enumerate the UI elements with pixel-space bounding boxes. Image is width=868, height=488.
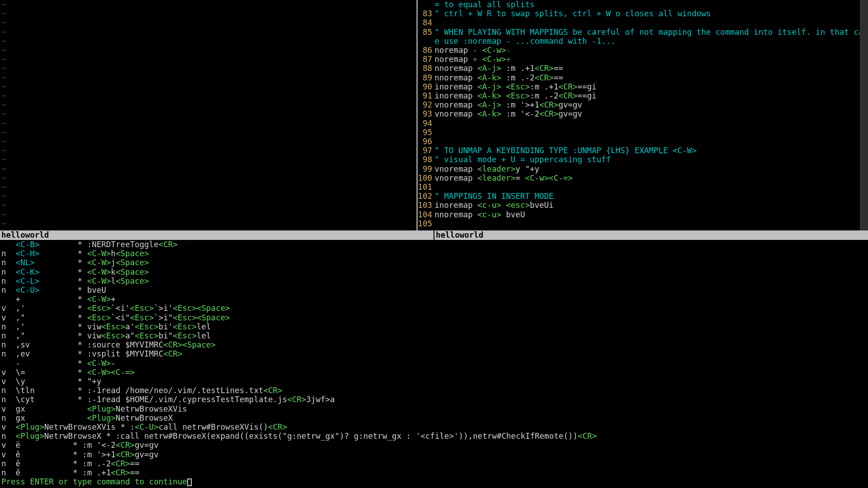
mapping-row: v \=* <C-W><C-=> xyxy=(1,368,868,377)
code-line[interactable]: vnoremap <leader>= <C-w><C-=> xyxy=(434,174,868,183)
editor-split-top: ~~~~~~~~~~~~~~~~~~~~~~~~~ 83 84 85 86 87… xyxy=(0,0,868,230)
mapping-row: n ,"* viw<Esc>a"<Esc>bi"<Esc>lel xyxy=(1,331,868,340)
mapping-row: n gx <Plug>NetrwBrowseX xyxy=(1,413,868,422)
mapping-row: n <Plug>NetrwBrowseX * :call netrw#Brows… xyxy=(1,432,868,441)
mapping-row: <C-B>* :NERDTreeToggle<CR> xyxy=(1,240,868,249)
mapping-row: v ,'* <Esc>`<i'<Esc>`>i'<Esc><Space> xyxy=(1,304,868,313)
code-line[interactable]: inoremap <A-j> <Esc>:m .+1<CR>==gi xyxy=(434,82,868,91)
empty-line-tilde: ~ xyxy=(1,9,416,18)
left-pane[interactable]: ~~~~~~~~~~~~~~~~~~~~~~~~~ xyxy=(0,0,416,230)
mapping-row: n <C-K>* <C-W>k<Space> xyxy=(1,267,868,277)
code-line[interactable] xyxy=(434,119,868,128)
line-number-gutter: 83 84 85 86 87 88 89 90 91 92 93 94 95 9… xyxy=(418,0,434,230)
mapping-row: n <C-L>* <C-W>l<Space> xyxy=(1,277,868,286)
code-line[interactable]: vnoremap <A-j> :m '>+1<CR>gv=gv xyxy=(434,100,868,109)
empty-line-tilde: ~ xyxy=(1,64,416,73)
scrollbar[interactable] xyxy=(860,0,868,230)
mapping-row: v ,"* <Esc>`<i"<Esc>`>i"<Esc><Space> xyxy=(1,313,868,322)
code-line[interactable]: inoremap <A-k> <Esc>:m .-2<CR>==gi xyxy=(434,91,868,100)
mapping-row: -* <C-W>- xyxy=(1,359,868,368)
code-line[interactable]: " visual mode + U = uppercasing stuff xyxy=(434,155,868,164)
empty-line-tilde: ~ xyxy=(1,55,416,64)
empty-line-tilde: ~ xyxy=(1,201,416,210)
code-line[interactable] xyxy=(434,183,868,192)
empty-line-tilde: ~ xyxy=(1,219,416,228)
status-line-right: helloworld xyxy=(434,230,868,240)
empty-line-tilde: ~ xyxy=(1,37,416,46)
mapping-row: +* <C-W>+ xyxy=(1,295,868,304)
empty-line-tilde: ~ xyxy=(1,192,416,201)
empty-line-tilde: ~ xyxy=(1,46,416,55)
code-line[interactable]: nnoremap <A-j> :m .+1<CR>== xyxy=(434,64,868,73)
code-line[interactable] xyxy=(434,219,868,228)
empty-line-tilde: ~ xyxy=(1,155,416,164)
mapping-row: n ê * :m .+1<CR>== xyxy=(1,468,868,477)
empty-line-tilde: ~ xyxy=(1,18,416,27)
code-line[interactable] xyxy=(434,18,868,27)
code-line[interactable]: nnoremap <c-u> bveU xyxy=(434,210,868,219)
mapping-row: v gx <Plug>NetrwBrowseXVis xyxy=(1,404,868,413)
code-line[interactable]: " MAPPINGS IN INSERT MODE xyxy=(434,192,868,201)
code-line[interactable]: noremap - <C-w>- xyxy=(434,46,868,55)
empty-line-tilde: ~ xyxy=(1,109,416,118)
mapping-row: n ,'* viw<Esc>a'<Esc>bi'<Esc>lel xyxy=(1,322,868,331)
code-line[interactable]: = to equal all splits xyxy=(434,0,868,9)
code-line[interactable]: noremap + <C-w>+ xyxy=(434,55,868,64)
mapping-row: n \tln* :-1read /home/neo/.vim/.testLine… xyxy=(1,386,868,395)
code-line[interactable]: " ctrl + W R to swap splits, ctrl + W o … xyxy=(434,9,868,18)
empty-line-tilde: ~ xyxy=(1,174,416,183)
mapping-row: n ,ev* :vsplit $MYVIMRC<CR> xyxy=(1,349,868,358)
code-line[interactable]: inoremap <c-u> <esc>bveUi xyxy=(434,201,868,210)
empty-line-tilde: ~ xyxy=(1,28,416,37)
code-line[interactable]: e use :noremap - ...command with -1... xyxy=(434,37,868,46)
code-line[interactable]: " WHEN PLAYING WITH MAPPINGS be careful … xyxy=(434,28,868,37)
right-pane[interactable]: 83 84 85 86 87 88 89 90 91 92 93 94 95 9… xyxy=(418,0,868,230)
empty-line-tilde: ~ xyxy=(1,119,416,128)
status-line-row: helloworld helloworld xyxy=(0,230,868,240)
cursor xyxy=(187,479,192,487)
code-line[interactable]: vnoremap <leader>y "+y xyxy=(434,164,868,174)
code-line[interactable]: nnoremap <A-k> :m .-2<CR>== xyxy=(434,73,868,82)
empty-line-tilde: ~ xyxy=(1,183,416,192)
code-line[interactable]: vnoremap <A-k> :m '<-2<CR>gv=gv xyxy=(434,109,868,118)
mapping-row: v \y* "+y xyxy=(1,377,868,386)
mapping-row: n <C-U>* bveU xyxy=(1,286,868,295)
mapping-row: n ,sv* :source $MYVIMRC<CR><Space> xyxy=(1,340,868,349)
empty-line-tilde: ~ xyxy=(1,164,416,174)
mapping-list[interactable]: <C-B>* :NERDTreeToggle<CR>n <C-H>* <C-W>… xyxy=(0,240,868,477)
mapping-row: n ë * :m .-2<CR>== xyxy=(1,459,868,468)
mapping-row: n \cyt* :-1read $HOME/.vim/.cypressTestT… xyxy=(1,395,868,404)
status-line-left: helloworld xyxy=(0,230,434,240)
code-line[interactable]: " TO UNMAP A KEYBINDING TYPE :UNMAP {LHS… xyxy=(434,146,868,155)
empty-line-tilde: ~ xyxy=(1,137,416,146)
empty-line-tilde: ~ xyxy=(1,100,416,109)
code-line[interactable] xyxy=(434,128,868,137)
code-area[interactable]: = to equal all splits" ctrl + W R to swa… xyxy=(434,0,868,230)
mapping-row: v <Plug>NetrwBrowseXVis * :<C-U>call net… xyxy=(1,422,868,432)
mapping-row: v ë * :m '<-2<CR>gv=gv xyxy=(1,441,868,450)
empty-line-tilde: ~ xyxy=(1,0,416,9)
empty-line-tilde: ~ xyxy=(1,146,416,155)
empty-line-tilde: ~ xyxy=(1,91,416,100)
empty-line-tilde: ~ xyxy=(1,82,416,91)
mapping-row: n <C-H>* <C-W>h<Space> xyxy=(1,249,868,258)
empty-line-tilde: ~ xyxy=(1,210,416,219)
mapping-row: v ê * :m '>+1<CR>gv=gv xyxy=(1,450,868,459)
mapping-row: n <NL>* <C-W>j<Space> xyxy=(1,258,868,267)
empty-line-tilde: ~ xyxy=(1,128,416,137)
code-line[interactable] xyxy=(434,137,868,146)
prompt-text: Press ENTER or type command to continue xyxy=(1,477,187,486)
prompt-line[interactable]: Press ENTER or type command to continue xyxy=(0,477,868,486)
empty-line-tilde: ~ xyxy=(1,73,416,82)
